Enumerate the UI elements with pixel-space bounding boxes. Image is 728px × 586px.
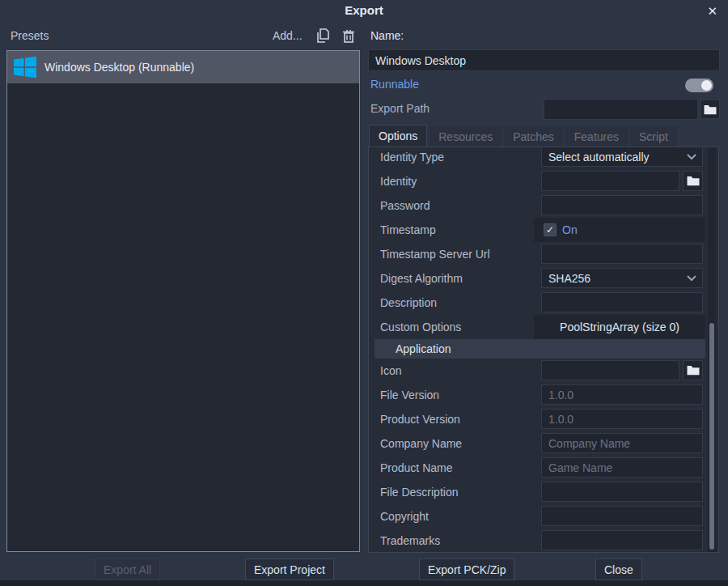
export-path-browse-button[interactable]: [700, 100, 720, 119]
file-description-input[interactable]: [541, 482, 703, 502]
value-cell: ✓ On: [544, 218, 578, 242]
row-timestamp-server-url: Timestamp Server Url: [369, 242, 718, 266]
dialog-title: Export: [0, 3, 728, 17]
timestamp-checkbox[interactable]: ✓: [544, 223, 557, 236]
icon-path-input[interactable]: [541, 360, 679, 380]
export-pck-zip-button[interactable]: Export PCK/Zip: [419, 558, 514, 580]
value-cell: [541, 171, 703, 191]
product-version-input[interactable]: [541, 409, 703, 429]
value-cell: [541, 244, 703, 264]
dialog-bottom-edge: [0, 580, 728, 586]
value-cell: [541, 292, 703, 312]
add-preset-button[interactable]: Add...: [273, 29, 303, 42]
preset-item-label: Windows Desktop (Runnable): [44, 61, 194, 74]
row-identity: Identity: [369, 169, 718, 193]
row-company-name: Company Name: [369, 431, 718, 456]
property-label: Product Version: [380, 407, 460, 431]
close-icon[interactable]: ✕: [703, 2, 722, 20]
row-file-version: File Version: [369, 383, 718, 407]
row-password: Password: [369, 193, 718, 218]
row-timestamp: Timestamp ✓ On: [369, 218, 718, 242]
description-input[interactable]: [541, 292, 703, 312]
row-digest-algorithm: Digest Algorithm SHA256: [369, 266, 718, 291]
property-label: Digest Algorithm: [380, 266, 463, 291]
property-label: Product Name: [380, 456, 452, 480]
value-cell: [541, 384, 703, 405]
file-version-input[interactable]: [541, 384, 703, 405]
value-cell: [541, 457, 703, 478]
row-icon: Icon: [369, 359, 718, 383]
delete-preset-icon[interactable]: [341, 28, 358, 45]
options-scrollbar[interactable]: [708, 147, 716, 552]
tab-bar: Options Resources Patches Features Scrip…: [369, 125, 677, 147]
value-cell: [541, 530, 703, 550]
runnable-label: Runnable: [370, 78, 419, 91]
export-path-input[interactable]: [544, 99, 698, 120]
close-button[interactable]: Close: [595, 558, 642, 580]
row-file-description: File Description: [369, 480, 718, 504]
identity-type-dropdown[interactable]: Select automatically: [541, 146, 703, 167]
digest-algorithm-dropdown[interactable]: SHA256: [541, 268, 703, 288]
toggle-knob: [701, 80, 712, 91]
property-label: Identity Type: [380, 146, 444, 169]
export-project-button[interactable]: Export Project: [245, 558, 334, 580]
presets-list: Windows Desktop (Runnable): [6, 50, 360, 552]
property-label: File Description: [380, 480, 458, 504]
timestamp-server-url-input[interactable]: [541, 244, 703, 264]
duplicate-preset-icon[interactable]: [315, 28, 332, 45]
export-path-label: Export Path: [370, 102, 430, 115]
trademarks-input[interactable]: [541, 530, 703, 550]
export-all-button[interactable]: Export All: [95, 558, 160, 580]
row-product-name: Product Name: [369, 456, 718, 480]
row-product-version: Product Version: [369, 407, 718, 431]
tab-options[interactable]: Options: [369, 125, 427, 147]
tab-features[interactable]: Features: [565, 126, 628, 147]
row-description: Description: [369, 291, 718, 315]
tab-resources[interactable]: Resources: [430, 126, 502, 147]
row-identity-type: Identity Type Select automatically: [369, 146, 718, 169]
name-label: Name:: [370, 29, 404, 42]
property-label: Timestamp: [380, 218, 436, 242]
value-cell: [541, 409, 703, 429]
options-panel: Identity Type Select automatically Ident…: [368, 146, 719, 553]
value-cell: [541, 482, 703, 502]
row-category-application: Application: [369, 339, 718, 359]
icon-browse-button[interactable]: [683, 360, 703, 380]
property-label: Password: [380, 193, 430, 218]
company-name-input[interactable]: [541, 433, 703, 453]
tab-patches[interactable]: Patches: [504, 126, 563, 147]
property-label: Custom Options: [380, 315, 461, 339]
chevron-down-icon: [686, 274, 697, 282]
product-name-input[interactable]: [541, 457, 703, 478]
identity-browse-button[interactable]: [683, 171, 703, 191]
custom-options-array-editor[interactable]: PoolStringArray (size 0): [534, 315, 705, 339]
property-label: Timestamp Server Url: [380, 242, 490, 266]
property-label: Company Name: [380, 431, 462, 456]
presets-heading: Presets: [11, 29, 49, 42]
tab-script[interactable]: Script: [630, 126, 677, 147]
value-cell: [541, 506, 703, 526]
checkbox-state-label: On: [562, 223, 578, 236]
export-dialog: Export ✕ Presets Add...: [0, 0, 728, 586]
windows-logo-icon: [12, 54, 38, 80]
property-rows: Identity Type Select automatically Ident…: [369, 146, 718, 553]
property-label: File Version: [380, 383, 439, 407]
identity-input[interactable]: [541, 171, 679, 191]
runnable-toggle[interactable]: [685, 79, 713, 92]
preset-item-windows-desktop[interactable]: Windows Desktop (Runnable): [7, 51, 359, 83]
password-input[interactable]: [541, 195, 703, 215]
scrollbar-grabber[interactable]: [709, 323, 714, 550]
property-label: Copyright: [380, 504, 429, 529]
category-header: Application: [375, 339, 705, 359]
name-input[interactable]: [368, 49, 720, 71]
copyright-input[interactable]: [541, 506, 703, 526]
folder-icon: [704, 104, 717, 115]
folder-icon: [687, 365, 700, 376]
row-custom-options: Custom Options PoolStringArray (size 0): [369, 315, 718, 339]
property-label: Description: [380, 291, 437, 315]
value-cell: [541, 360, 703, 380]
value-cell: [541, 433, 703, 453]
row-copyright: Copyright: [369, 504, 718, 529]
row-trademarks: Trademarks: [369, 529, 718, 553]
property-label: Icon: [380, 359, 401, 383]
